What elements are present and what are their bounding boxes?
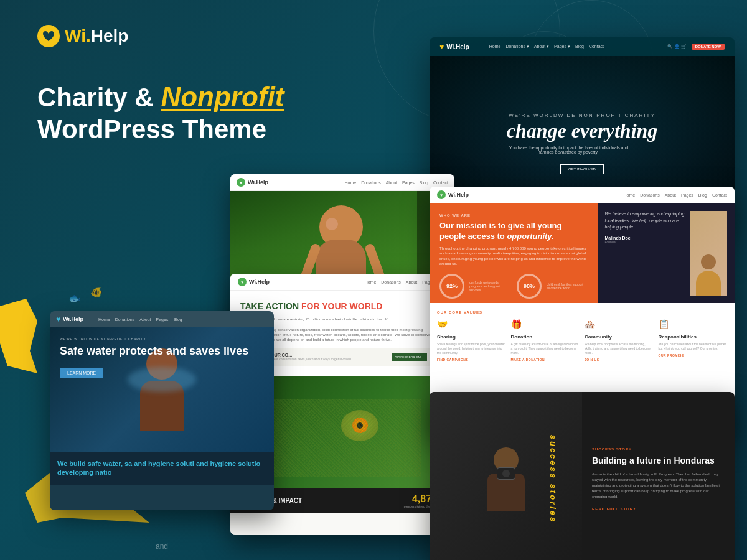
core-values-title: OUR CORE VALUES (437, 310, 727, 314)
value-responsibilities: 📋 Responsibilities Are you concerned abo… (659, 319, 728, 362)
success-left-panel: success stories (430, 392, 582, 560)
stat-2-label: children & families support all over the… (547, 282, 584, 290)
stat-1-label: our funds go towards programs and suppor… (469, 281, 507, 292)
fish-deco-1: 🐟 (68, 292, 81, 304)
responsibilities-desc: Are you concerned about the health of ou… (659, 342, 728, 351)
mission-stats: 92% our funds go towards programs and su… (439, 274, 588, 299)
water-logo: ♥ Wi.Help (56, 315, 83, 324)
who-we-are-tag: WHO WE ARE (439, 213, 588, 217)
dark-hero-logo: ♥ Wi.Help (439, 42, 469, 51)
value-sharing: 🤝 Sharing Share feelings and spirit to t… (437, 319, 506, 362)
quote-container: We believe in empowering and equipping l… (605, 211, 728, 296)
community-desc: We help local nonprofits access the fund… (585, 342, 654, 355)
mission-orange-section: WHO WE ARE Our mission is to give all yo… (430, 203, 598, 303)
success-image: success stories (430, 392, 582, 560)
get-involved-btn[interactable]: GET INVOLVED (560, 164, 604, 174)
read-full-story-link[interactable]: READ FULL STORY (592, 507, 725, 511)
mission-logo: ♥ Wi.Help (437, 190, 469, 199)
nature-nav-links: Home Donations About Pages (365, 280, 435, 284)
dark-hero-nav-links: Home Donations ▾ About ▾ Pages ▾ Blog Co… (489, 44, 604, 49)
quote-text-area: We believe in empowering and equipping l… (605, 211, 685, 296)
mission-italic: opportunity. (507, 231, 553, 241)
wildlife-nav: ♥ Wi.Help Home Donations About Pages Blo… (230, 174, 454, 191)
photographer (487, 447, 525, 511)
photographer-figure (430, 392, 582, 560)
water-bottom-title: We build safe water, sa and hygiene solu… (57, 459, 266, 477)
community-title: Community (585, 334, 654, 340)
donation-title: Donation (511, 334, 580, 340)
donation-link[interactable]: MAKE A DONATION (511, 358, 580, 362)
stat-1-circle: 92% (439, 274, 464, 299)
screenshot-water: ♥ Wi.Help Home Donations About Pages Blo… (50, 311, 274, 510)
sharing-title: Sharing (437, 334, 506, 340)
dark-hero-subtitle: You have the opportunity to impact the l… (507, 146, 631, 154)
water-nav: ♥ Wi.Help Home Donations About Pages Blo… (50, 311, 274, 327)
nature-logo: ♥ Wi.Help (238, 278, 270, 286)
success-story-text: Aaron is the child of a broad family in … (592, 472, 725, 500)
hero-world-tag: WE'RE WORLDWIDE NON-PROFIT CHARITY (507, 113, 658, 118)
quote-text: We believe in empowering and equipping l… (605, 211, 685, 231)
logo-text: Wi.Help (65, 26, 128, 46)
mission-nav-links: Home Donations About Pages Blog Contact (623, 193, 727, 197)
mission-logo-text: Wi.Help (448, 192, 469, 198)
value-community: 🏘️ Community We help local nonprofits ac… (585, 319, 654, 362)
value-donation: 🎁 Donation A gift made by an individual … (511, 319, 580, 362)
success-story-tag: SUCCESS STORY (592, 447, 725, 451)
water-cta-btn[interactable]: LEARN MORE (60, 368, 103, 378)
nature-logo-icon: ♥ (238, 278, 247, 286)
mission-logo-icon: ♥ (437, 190, 446, 199)
wildlife-logo-icon: ♥ (237, 178, 245, 187)
water-hero-text: WE'RE WORLDWIDE NON-PROFIT CHARITY Safe … (50, 327, 274, 452)
person-head (701, 254, 716, 269)
camera-lens (502, 470, 510, 477)
water-content: ♥ Wi.Help Home Donations About Pages Blo… (50, 311, 274, 510)
stat-2: 98% children & families support all over… (517, 274, 584, 299)
person-shoulders (696, 271, 721, 296)
sharing-link[interactable]: FIND CAMPAIGNS (437, 358, 506, 362)
water-charity-tag: WE'RE WORLDWIDE NON-PROFIT CHARITY (60, 337, 264, 341)
responsibilities-icon: 📋 (659, 319, 671, 332)
success-stories-rotated-text: success stories (548, 435, 558, 524)
water-logo-icon: ♥ (56, 315, 60, 324)
donation-icon: 🎁 (511, 319, 524, 332)
mission-nav: ♥ Wi.Help Home Donations About Pages Blo… (430, 187, 735, 203)
logo-area: Wi.Help (37, 25, 128, 47)
mission-core-values: OUR CORE VALUES 🤝 Sharing Share feelings… (430, 303, 735, 369)
sharing-desc: Share feelings and spirit to the poor, y… (437, 342, 506, 355)
donation-desc: A gift made by an individual or an organ… (511, 342, 580, 355)
quote-author: Malinda Doe (605, 236, 685, 240)
values-grid: 🤝 Sharing Share feelings and spirit to t… (437, 319, 727, 362)
mission-title: Our mission is to give all young people … (439, 221, 588, 242)
water-title: Safe water protects and saves lives (60, 345, 264, 358)
fish-deco-2: 🐠 (90, 286, 103, 298)
logo-icon (37, 25, 60, 47)
success-content: success stories SUCCESS STORY Building a… (430, 392, 735, 560)
success-story-title: Building a future in Honduras (592, 455, 725, 466)
dark-hero-logo-icon: ♥ (439, 42, 444, 51)
mission-body: Throughout the changing program, nearly … (439, 246, 588, 267)
dark-hero-text: WE'RE WORLDWIDE NON-PROFIT CHARITY chang… (507, 113, 658, 174)
person-silhouette (690, 211, 727, 296)
take-action-part1: TAKE ACTION (240, 301, 299, 311)
sharing-icon: 🤝 (437, 319, 449, 332)
take-action-part2: FOR YOUR WORLD (301, 301, 382, 311)
mission-top-row: WHO WE ARE Our mission is to give all yo… (430, 203, 735, 303)
stat-2-circle: 98% (517, 274, 542, 299)
success-right-panel: SUCCESS STORY Building a future in Hondu… (582, 392, 735, 560)
quote-role: Founder (605, 240, 685, 244)
signup-btn[interactable]: SIGN UP FOR EM... (392, 353, 427, 361)
screenshots-container: ♥ Wi.Help Home Donations ▾ About ▾ Pages… (212, 25, 747, 560)
responsibilities-title: Responsibilities (659, 334, 728, 340)
water-bottom: We build safe water, sa and hygiene solu… (50, 452, 274, 485)
stat-1: 92% our funds go towards programs and su… (439, 274, 507, 299)
donate-now-btn[interactable]: DONATE NOW (692, 44, 725, 50)
community-icon: 🏘️ (585, 319, 597, 332)
mission-quote-section: We believe in empowering and equipping l… (598, 203, 735, 303)
photographer-body (487, 474, 525, 511)
change-everything-title: change everything (507, 121, 658, 141)
screenshot-success: success stories SUCCESS STORY Building a… (430, 392, 735, 560)
responsibilities-link[interactable]: OUR PROMISE (659, 353, 728, 357)
wildlife-logo: ♥ Wi.Help (237, 178, 268, 187)
person-photo (690, 211, 727, 296)
community-link[interactable]: JOIN US (585, 358, 654, 362)
